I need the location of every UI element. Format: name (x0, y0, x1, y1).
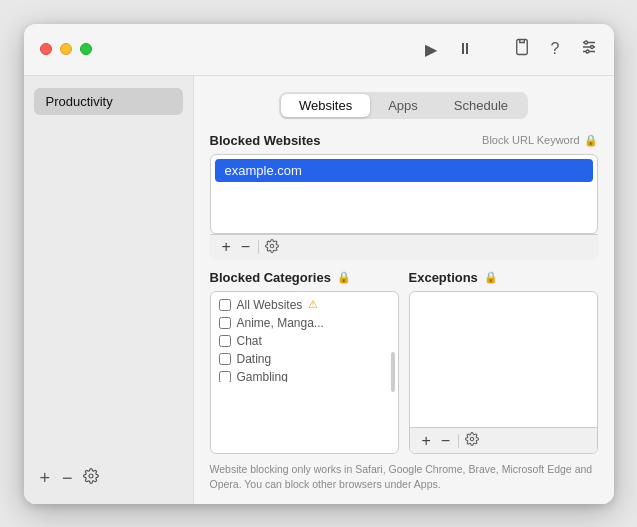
category-checkbox-anime[interactable] (219, 317, 231, 329)
main-content: Productivity + − Websites Apps (24, 76, 614, 504)
svg-point-9 (470, 437, 474, 441)
blocked-websites-title: Blocked Websites (210, 133, 321, 148)
tab-schedule[interactable]: Schedule (436, 94, 526, 117)
tab-apps[interactable]: Apps (370, 94, 436, 117)
blocked-websites-list: example.com (210, 154, 598, 234)
exceptions-gear-icon[interactable] (465, 432, 479, 449)
play-icon[interactable]: ▶ (425, 40, 437, 59)
lower-section: Blocked Categories 🔒 All Websites ⚠ (210, 270, 598, 455)
exceptions-section: Exceptions 🔒 + − (409, 270, 598, 455)
exceptions-inner (410, 292, 597, 428)
blocked-websites-toolbar: + − (210, 234, 598, 260)
sidebar-bottom: + − (34, 464, 183, 492)
category-checkbox-gambling[interactable] (219, 371, 231, 382)
blocked-websites-header: Blocked Websites Block URL Keyword 🔒 (210, 133, 598, 148)
block-url-keyword[interactable]: Block URL Keyword 🔒 (482, 134, 597, 147)
svg-point-8 (270, 244, 274, 248)
category-checkbox-all-websites[interactable] (219, 299, 231, 311)
blocked-websites-remove-button[interactable]: − (237, 239, 254, 255)
sidebar-remove-button[interactable]: − (60, 469, 75, 487)
category-checkbox-dating[interactable] (219, 353, 231, 365)
category-item-anime[interactable]: Anime, Manga... (217, 314, 392, 332)
tabs-bar: Websites Apps Schedule (210, 92, 598, 119)
help-icon[interactable]: ? (551, 40, 560, 58)
exceptions-toolbar: + − (410, 427, 597, 453)
share-icon[interactable] (513, 38, 531, 60)
sidebar-gear-icon[interactable] (83, 468, 99, 488)
svg-point-6 (586, 50, 589, 53)
category-label-dating: Dating (237, 352, 272, 366)
exceptions-lock-icon: 🔒 (484, 271, 498, 284)
close-button[interactable] (40, 43, 52, 55)
category-warning-icon: ⚠ (308, 298, 318, 311)
exceptions-title: Exceptions (409, 270, 478, 285)
tabs-container: Websites Apps Schedule (279, 92, 528, 119)
categories-inner: All Websites ⚠ Anime, Manga... Chat (211, 292, 398, 382)
category-item-dating[interactable]: Dating (217, 350, 392, 368)
toolbar-divider (258, 240, 259, 254)
exceptions-list: + − (409, 291, 598, 455)
categories-lock-icon: 🔒 (337, 271, 351, 284)
category-item-all-websites[interactable]: All Websites ⚠ (217, 296, 392, 314)
sidebar-item-productivity[interactable]: Productivity (34, 88, 183, 115)
content-area: Websites Apps Schedule Blocked Websites … (194, 76, 614, 504)
tab-websites[interactable]: Websites (281, 94, 370, 117)
lock-icon: 🔒 (584, 134, 598, 147)
titlebar: ▶ ⏸ ? (24, 24, 614, 76)
category-item-chat[interactable]: Chat (217, 332, 392, 350)
app-window: ▶ ⏸ ? (24, 24, 614, 504)
category-label-chat: Chat (237, 334, 262, 348)
exceptions-header: Exceptions 🔒 (409, 270, 598, 285)
traffic-lights (40, 43, 92, 55)
svg-rect-0 (516, 40, 527, 55)
sidebar-items: Productivity (34, 88, 183, 464)
settings-icon[interactable] (580, 38, 598, 60)
maximize-button[interactable] (80, 43, 92, 55)
svg-point-4 (584, 41, 587, 44)
blocked-categories: Blocked Categories 🔒 All Websites ⚠ (210, 270, 399, 455)
category-label-gambling: Gambling (237, 370, 288, 382)
exceptions-remove-button[interactable]: − (437, 433, 454, 449)
svg-point-7 (89, 474, 93, 478)
scroll-indicator (391, 352, 395, 392)
block-url-keyword-label: Block URL Keyword (482, 134, 579, 146)
category-label-anime: Anime, Manga... (237, 316, 324, 330)
sidebar-add-button[interactable]: + (38, 469, 53, 487)
category-item-gambling[interactable]: Gambling (217, 368, 392, 382)
titlebar-icons: ▶ ⏸ ? (425, 38, 598, 60)
blocked-websites-gear-icon[interactable] (265, 239, 279, 256)
pause-icon[interactable]: ⏸ (457, 40, 473, 58)
blocked-website-item[interactable]: example.com (215, 159, 593, 182)
categories-list: All Websites ⚠ Anime, Manga... Chat (210, 291, 399, 455)
svg-point-5 (590, 46, 593, 49)
footer-note: Website blocking only works in Safari, G… (210, 462, 598, 491)
blocked-categories-header: Blocked Categories 🔒 (210, 270, 399, 285)
exceptions-add-button[interactable]: + (418, 433, 435, 449)
sidebar: Productivity + − (24, 76, 194, 504)
category-checkbox-chat[interactable] (219, 335, 231, 347)
blocked-websites-add-button[interactable]: + (218, 239, 235, 255)
minimize-button[interactable] (60, 43, 72, 55)
category-label-all-websites: All Websites (237, 298, 303, 312)
exceptions-toolbar-divider (458, 434, 459, 448)
blocked-categories-title: Blocked Categories (210, 270, 331, 285)
